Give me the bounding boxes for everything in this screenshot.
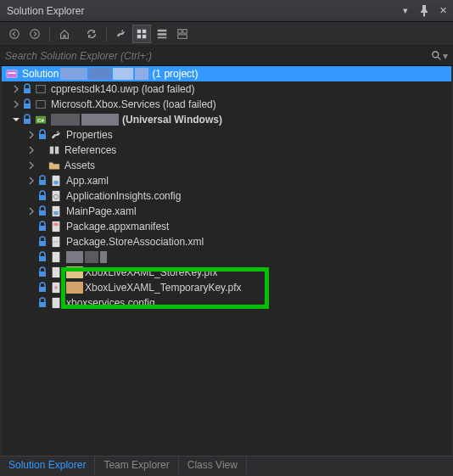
node-redacted[interactable]: XboxLiveXAML_StoreKey.pfx bbox=[2, 265, 451, 280]
svg-rect-34 bbox=[39, 226, 46, 231]
panel-tabs: Solution Explorer Team Explorer Class Vi… bbox=[0, 456, 453, 474]
tab-class-view[interactable]: Class View bbox=[179, 456, 247, 474]
expand-arrow-icon[interactable] bbox=[25, 175, 37, 187]
node-xboxservices-config[interactable]: xboxservices.config bbox=[2, 295, 451, 311]
solution-icon bbox=[5, 67, 19, 81]
lock-icon bbox=[37, 282, 48, 294]
redacted-prefix bbox=[66, 282, 83, 294]
node-label: (Universal Windows) bbox=[122, 114, 222, 126]
svg-rect-16 bbox=[36, 86, 46, 93]
svg-rect-6 bbox=[158, 29, 167, 31]
references-icon bbox=[48, 143, 61, 157]
cert-file-icon bbox=[49, 281, 63, 294]
svg-rect-14 bbox=[8, 72, 16, 74]
show-all-files-button[interactable] bbox=[132, 25, 151, 43]
project-cpprestsdk[interactable]: cpprestsdk140.uwp (load failed) bbox=[2, 81, 451, 97]
node-references[interactable]: References bbox=[2, 143, 451, 158]
lock-icon bbox=[37, 129, 48, 141]
dropdown-icon[interactable]: ▾ bbox=[399, 4, 412, 18]
svg-point-0 bbox=[10, 29, 20, 38]
node-label: XboxLiveXAML_TemporaryKey.pfx bbox=[85, 282, 242, 294]
lock-icon bbox=[22, 114, 32, 126]
svg-rect-33 bbox=[53, 211, 58, 215]
svg-rect-38 bbox=[53, 237, 60, 247]
svg-rect-4 bbox=[137, 34, 141, 37]
node-package-storeassoc[interactable]: Package.StoreAssociation.xml bbox=[2, 234, 451, 249]
expand-arrow-icon[interactable] bbox=[10, 83, 22, 95]
svg-rect-47 bbox=[53, 298, 60, 308]
redacted-filename bbox=[66, 266, 83, 278]
node-assets[interactable]: Assets bbox=[2, 158, 451, 173]
collapse-arrow-icon[interactable] bbox=[10, 114, 22, 126]
node-label: cpprestsdk140.uwp (load failed) bbox=[51, 83, 194, 95]
back-button[interactable] bbox=[5, 25, 24, 43]
toolbar bbox=[0, 22, 453, 46]
svg-rect-24 bbox=[55, 147, 59, 154]
expand-arrow-icon[interactable] bbox=[25, 144, 37, 156]
node-label: References bbox=[64, 144, 116, 156]
lock-icon bbox=[37, 266, 48, 278]
xaml-file-icon bbox=[49, 204, 63, 218]
lock-icon bbox=[37, 190, 48, 202]
node-label: Properties bbox=[66, 129, 113, 141]
config-file-icon bbox=[49, 296, 63, 310]
svg-rect-7 bbox=[158, 33, 167, 36]
pin-icon[interactable] bbox=[417, 4, 431, 18]
panel-title: Solution Explorer bbox=[7, 5, 399, 17]
node-label: XboxLiveXAML_StoreKey.pfx bbox=[85, 266, 218, 278]
tab-team-explorer[interactable]: Team Explorer bbox=[95, 456, 178, 474]
node-temporarykey[interactable]: XboxLiveXAML_TemporaryKey.pfx bbox=[2, 280, 451, 295]
node-appinsights[interactable]: ApplicationInsights.config bbox=[2, 188, 451, 204]
forward-button[interactable] bbox=[25, 25, 44, 43]
manifest-file-icon bbox=[49, 220, 63, 233]
svg-rect-5 bbox=[143, 34, 146, 37]
svg-rect-41 bbox=[39, 272, 46, 277]
node-redacted[interactable] bbox=[2, 249, 451, 265]
node-label: MainPage.xaml bbox=[66, 205, 137, 217]
node-label: Package.StoreAssociation.xml bbox=[66, 236, 204, 248]
solution-node[interactable]: Solution (1 project) bbox=[2, 66, 451, 81]
node-mainpage-xaml[interactable]: MainPage.xaml bbox=[2, 204, 451, 219]
sync-button[interactable] bbox=[82, 25, 101, 43]
svg-point-1 bbox=[31, 29, 40, 38]
wrench-button[interactable] bbox=[112, 25, 131, 43]
node-properties[interactable]: Properties bbox=[2, 127, 451, 143]
close-icon[interactable]: ✕ bbox=[436, 4, 450, 18]
node-label: Microsoft.Xbox.Services (load failed) bbox=[51, 98, 216, 110]
node-package-manifest[interactable]: Package.appxmanifest bbox=[2, 219, 451, 234]
tab-solution-explorer[interactable]: Solution Explorer bbox=[0, 456, 95, 474]
search-icon[interactable]: ▾ bbox=[431, 50, 448, 62]
node-label: App.xaml bbox=[66, 175, 109, 187]
svg-rect-39 bbox=[39, 256, 46, 261]
expand-arrow-icon[interactable] bbox=[25, 205, 37, 217]
expand-arrow-icon[interactable] bbox=[25, 129, 37, 141]
properties-button[interactable] bbox=[173, 25, 192, 43]
redacted-filename bbox=[66, 251, 83, 263]
csharp-project-icon: C# bbox=[34, 113, 48, 126]
solution-label-prefix: Solution bbox=[22, 68, 59, 80]
svg-rect-10 bbox=[183, 29, 187, 32]
svg-rect-23 bbox=[50, 147, 53, 154]
svg-rect-46 bbox=[39, 302, 46, 307]
xaml-file-icon bbox=[49, 174, 63, 188]
svg-rect-37 bbox=[39, 241, 46, 246]
redacted-project-name bbox=[51, 114, 80, 126]
solution-tree: Solution (1 project) cpprestsdk140.uwp (… bbox=[2, 66, 451, 456]
svg-rect-27 bbox=[53, 181, 58, 184]
project-xboxservices[interactable]: Microsoft.Xbox.Services (load failed) bbox=[2, 97, 451, 112]
node-app-xaml[interactable]: App.xaml bbox=[2, 173, 451, 188]
svg-point-12 bbox=[433, 51, 439, 57]
svg-point-45 bbox=[54, 286, 58, 289]
node-label: Assets bbox=[64, 160, 95, 171]
home-button[interactable] bbox=[55, 25, 74, 43]
expand-arrow-icon[interactable] bbox=[10, 98, 22, 110]
expand-arrow-icon[interactable] bbox=[25, 160, 37, 171]
lock-icon bbox=[22, 83, 32, 95]
project-main[interactable]: C# (Universal Windows) bbox=[2, 112, 451, 127]
svg-rect-3 bbox=[143, 29, 146, 32]
node-label: ApplicationInsights.config bbox=[66, 190, 181, 202]
lock-icon bbox=[37, 297, 48, 309]
search-input[interactable] bbox=[5, 50, 431, 62]
svg-rect-29 bbox=[53, 191, 60, 201]
collapse-all-button[interactable] bbox=[153, 25, 171, 43]
